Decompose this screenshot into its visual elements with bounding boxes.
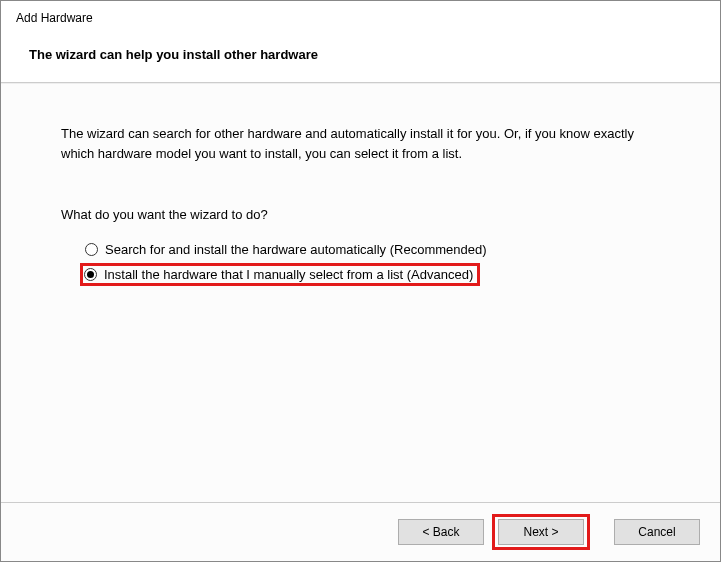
wizard-content: The wizard can search for other hardware… — [1, 83, 720, 502]
prompt-text: What do you want the wizard to do? — [61, 207, 660, 222]
wizard-header: Add Hardware The wizard can help you ins… — [1, 1, 720, 83]
window-title: Add Hardware — [16, 11, 705, 25]
back-button[interactable]: < Back — [398, 519, 484, 545]
option-manual-select[interactable]: Install the hardware that I manually sel… — [80, 263, 480, 286]
radio-icon — [84, 268, 97, 281]
next-button[interactable]: Next > — [498, 519, 584, 545]
radio-icon — [85, 243, 98, 256]
radio-group: Search for and install the hardware auto… — [61, 240, 660, 286]
option-label: Install the hardware that I manually sel… — [104, 267, 473, 282]
option-search-auto[interactable]: Search for and install the hardware auto… — [83, 240, 660, 259]
cancel-button[interactable]: Cancel — [614, 519, 700, 545]
option-label: Search for and install the hardware auto… — [105, 242, 487, 257]
wizard-heading: The wizard can help you install other ha… — [29, 47, 705, 62]
wizard-footer: < Back Next > Cancel — [1, 502, 720, 561]
intro-text: The wizard can search for other hardware… — [61, 124, 660, 163]
